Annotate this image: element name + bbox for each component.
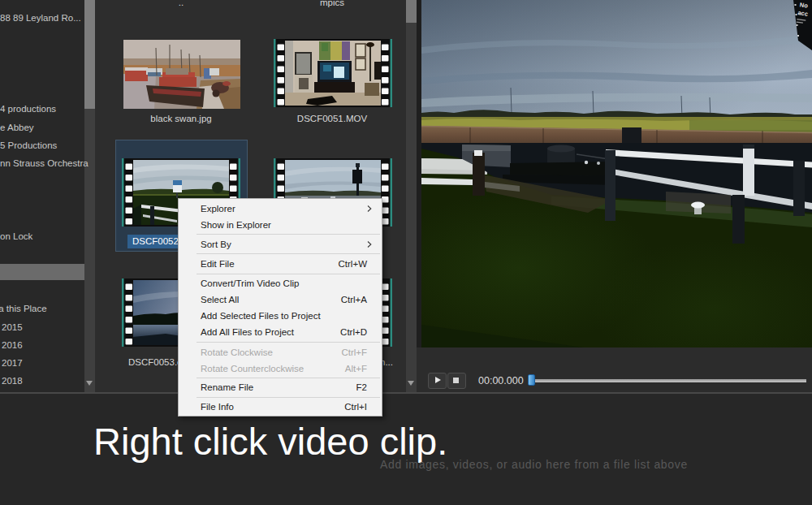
svg-text:acc: acc [797, 9, 809, 18]
svg-text:No: No [799, 1, 809, 9]
